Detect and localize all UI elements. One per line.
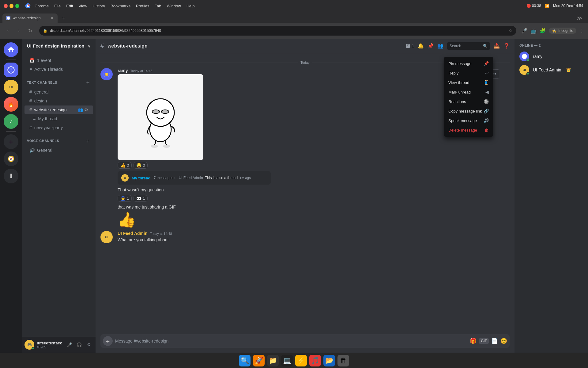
add-text-channel-button[interactable]: ＋ [85, 79, 91, 86]
channel-design-label: design [34, 98, 47, 103]
gif-button[interactable]: GIF [479, 338, 489, 344]
menu-profiles[interactable]: Profiles [136, 4, 149, 8]
deafen-button[interactable]: 🎧 [75, 340, 83, 349]
sticker-button[interactable]: 📄 [491, 338, 498, 344]
menu-edit[interactable]: Edit [66, 4, 73, 8]
dock-terminal[interactable]: 💻 [281, 355, 293, 366]
channel-active-threads[interactable]: ≡ Active Threads [24, 65, 93, 74]
speak-label: Speak message [448, 118, 484, 123]
download-button[interactable]: ⬇ [4, 169, 18, 183]
channel-settings-icon[interactable]: 👥 [78, 107, 83, 112]
thread-icon: 🧵 [484, 80, 489, 85]
menu-help[interactable]: Help [187, 4, 195, 8]
reactions-2: 👮 1 👀 1 [118, 195, 510, 202]
menu-history[interactable]: History [93, 4, 105, 8]
emoji-button[interactable]: 😊 [500, 338, 507, 344]
context-reactions[interactable]: Reactions 🔘 [445, 97, 492, 106]
new-tab-button[interactable]: ＋ [59, 13, 67, 22]
menu-view[interactable]: View [79, 4, 87, 8]
member-ramy[interactable]: ramy [517, 50, 586, 63]
channel-website-redesign[interactable]: # website-redesign 👥 ⚙ [24, 105, 93, 114]
channel-design[interactable]: # design [24, 97, 93, 105]
discord-home-button[interactable] [4, 42, 18, 57]
reaction-police[interactable]: 👮 1 [118, 195, 132, 202]
link-icon: 🔗 [484, 109, 489, 113]
dock-item-6[interactable]: 🎵 [309, 355, 321, 366]
message-input[interactable] [115, 339, 467, 343]
menu-tab[interactable]: Tab [155, 4, 161, 8]
channel-my-thread[interactable]: ≡ My thread [24, 114, 93, 123]
channel-event[interactable]: 📅 1 event [24, 56, 93, 65]
active-tab[interactable]: website-redesign ✕ [2, 13, 58, 23]
channel-general[interactable]: # general [24, 88, 93, 96]
tab-close-button[interactable]: ✕ [50, 16, 54, 21]
reaction-thumbsup[interactable]: 👍 2 [118, 162, 132, 169]
dock-item-7[interactable]: 📂 [323, 355, 335, 366]
incognito-button[interactable]: 🕵️ Incognito [549, 28, 576, 34]
search-box[interactable]: Search 🔍 [447, 42, 490, 50]
nav-reload-button[interactable]: ↻ [26, 26, 34, 35]
inbox-button[interactable]: 📥 [494, 43, 500, 49]
add-attachment-button[interactable]: ＋ [103, 336, 113, 346]
server-red-icon[interactable]: 🔥 [4, 97, 18, 112]
browser-menu-icon[interactable]: ⋮ [579, 28, 584, 34]
channel-general-voice[interactable]: 🔊 General [24, 146, 93, 155]
context-mark-unread[interactable]: Mark unread ◀ [445, 87, 492, 97]
menu-bookmarks[interactable]: Bookmarks [111, 4, 130, 8]
dock-finder[interactable]: 🔍 [239, 355, 251, 366]
menu-file[interactable]: File [54, 4, 61, 8]
user-settings-button[interactable]: ⚙ [85, 340, 93, 349]
message-image-gif [118, 74, 203, 160]
reaction-eyes[interactable]: 👀 1 [134, 195, 148, 202]
extensions-icon[interactable]: 🧩 [540, 28, 546, 34]
minimize-button[interactable] [9, 4, 13, 8]
menu-window[interactable]: Window [167, 4, 181, 8]
channel-gear-icon[interactable]: ⚙ [84, 107, 88, 112]
server-uifeed-icon[interactable] [4, 63, 18, 77]
dock-trash[interactable]: 🗑 [337, 355, 349, 366]
channel-new-year[interactable]: # new-year-party [24, 123, 93, 132]
maximize-button[interactable] [15, 4, 19, 8]
svg-text:😊: 😊 [105, 72, 109, 76]
svg-point-11 [163, 145, 170, 148]
dock-item-3[interactable]: 📁 [267, 355, 279, 366]
cast-icon[interactable]: 📺 [530, 28, 537, 34]
tab-list-button[interactable]: ≫ [577, 15, 582, 21]
window-controls[interactable] [4, 4, 19, 8]
help-button[interactable]: ❓ [503, 43, 510, 49]
context-copy-link[interactable]: Copy message link 🔗 [445, 106, 492, 116]
gift-button[interactable]: 🎁 [470, 338, 477, 344]
nav-forward-button[interactable]: › [15, 26, 23, 35]
dock-item-5[interactable]: ⚡ [295, 355, 307, 366]
address-bar[interactable]: 🔒 discord.com/channels/92249118030915998… [39, 26, 516, 36]
mute-button[interactable]: 🎤 [65, 340, 74, 349]
close-button[interactable] [4, 4, 8, 8]
context-pin-message[interactable]: Pin message 📌 [445, 59, 492, 68]
dock-launchpad[interactable]: 🚀 [253, 355, 265, 366]
discover-button[interactable]: 🧭 [4, 151, 18, 166]
context-reply[interactable]: Reply ↩ [445, 68, 492, 78]
reaction-emoji-eyes: 👀 [136, 196, 141, 201]
mic-icon[interactable]: 🎤 [521, 28, 527, 34]
threads-header-button[interactable]: 1 [405, 43, 414, 49]
menu-chrome[interactable]: Chrome [35, 4, 49, 8]
add-voice-channel-button[interactable]: ＋ [85, 137, 91, 144]
add-server-button[interactable]: ＋ [4, 134, 18, 149]
mark-unread-label: Mark unread [448, 90, 485, 94]
context-speak[interactable]: Speak message 🔊 [445, 116, 492, 125]
server-green-icon[interactable]: ✓ [4, 114, 18, 129]
server-yellow-icon[interactable]: UI [4, 80, 18, 94]
pin-header-button[interactable]: 📌 [428, 43, 434, 49]
reaction-laugh[interactable]: 😂 2 [134, 162, 148, 169]
members-header-button[interactable]: 👥 [437, 43, 443, 49]
server-header[interactable]: UI Feed design inspiration ∨ [22, 39, 96, 53]
notifications-button[interactable]: 🔔 [418, 43, 424, 49]
thread-preview-1[interactable]: A My thread 7 messages › UI Feed Admin T… [118, 171, 271, 185]
context-view-thread[interactable]: View thread 🧵 [445, 78, 492, 87]
member-admin[interactable]: UI UI Feed Admin 👑 [517, 63, 586, 77]
bookmark-icon[interactable]: ☆ [509, 28, 513, 33]
user-area: 🎮 uifeedtestacc #8205 🎤 🎧 ⚙ [22, 337, 96, 353]
speak-icon: 🔊 [484, 118, 489, 123]
nav-back-button[interactable]: ‹ [4, 26, 12, 35]
context-delete[interactable]: Delete message 🗑 [445, 125, 492, 135]
